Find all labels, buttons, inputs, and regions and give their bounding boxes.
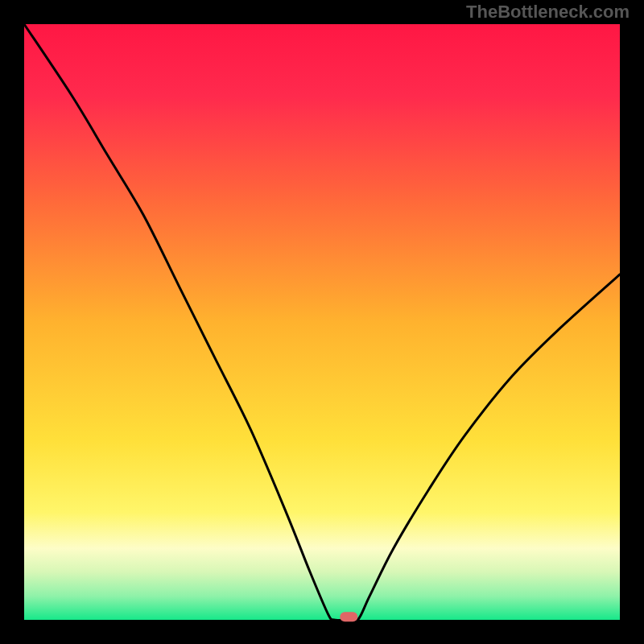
bottleneck-chart	[0, 0, 644, 644]
plot-background	[24, 24, 620, 620]
optimal-point-marker	[340, 612, 357, 621]
chart-container: TheBottleneck.com	[0, 0, 644, 644]
